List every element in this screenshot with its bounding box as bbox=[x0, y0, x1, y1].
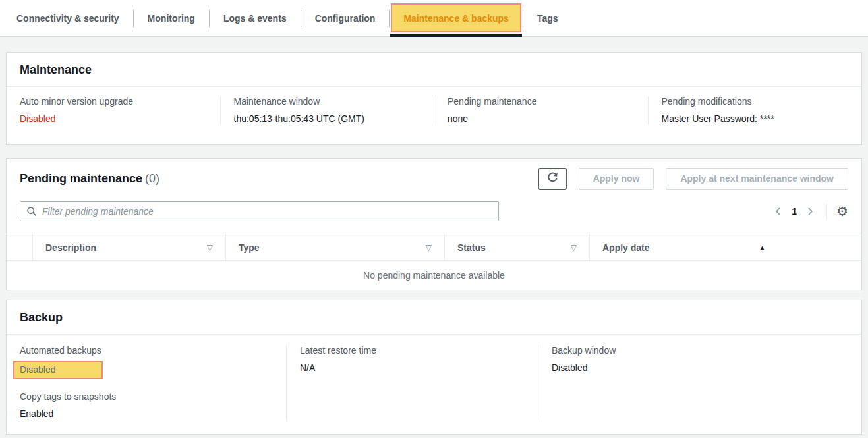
toolbar-divider bbox=[826, 204, 827, 219]
pending-maintenance-actions: Apply now Apply at next maintenance wind… bbox=[538, 168, 848, 190]
column-label: Apply date bbox=[602, 242, 650, 253]
column-header-spacer bbox=[778, 234, 861, 260]
field-label: Pending modifications bbox=[662, 96, 849, 107]
tab-label: Connectivity & security bbox=[16, 13, 119, 24]
panel-title: Maintenance bbox=[20, 63, 92, 76]
filter-triangle-icon[interactable]: ▽ bbox=[426, 243, 432, 252]
maintenance-panel-header: Maintenance bbox=[7, 53, 861, 87]
maintenance-fields: Auto minor version upgrade Disabled Main… bbox=[7, 87, 861, 144]
tab-logs-events[interactable]: Logs & events bbox=[210, 0, 301, 36]
tab-configuration[interactable]: Configuration bbox=[301, 0, 390, 36]
previous-page-button[interactable] bbox=[772, 205, 784, 218]
tab-label: Logs & events bbox=[223, 13, 287, 24]
field-latest-restore-time: Latest restore time N/A bbox=[300, 345, 525, 373]
field-value: none bbox=[448, 113, 635, 124]
field-value: Disabled bbox=[20, 113, 207, 124]
sort-ascending-icon[interactable]: ▲ bbox=[759, 244, 766, 252]
tab-label: Monitoring bbox=[148, 13, 195, 24]
apply-next-window-button[interactable]: Apply at next maintenance window bbox=[666, 168, 848, 190]
field-label: Pending maintenance bbox=[448, 96, 635, 107]
field-value: N/A bbox=[300, 362, 525, 373]
tab-monitoring[interactable]: Monitoring bbox=[134, 0, 209, 36]
backup-panel: Backup Automated backups Disabled Copy t… bbox=[6, 300, 862, 435]
field-pending-maintenance: Pending maintenance none bbox=[434, 96, 648, 124]
pending-maintenance-panel: Pending maintenance (0) Apply now Apply … bbox=[6, 158, 862, 290]
backup-column-2: Latest restore time N/A bbox=[286, 345, 538, 420]
table-empty-state: No pending maintenance available bbox=[7, 261, 861, 290]
field-label: Latest restore time bbox=[300, 345, 525, 356]
detail-tabs: Connectivity & security Monitoring Logs … bbox=[0, 0, 868, 37]
next-page-button[interactable] bbox=[804, 205, 816, 218]
field-label: Automated backups bbox=[20, 345, 273, 356]
field-label: Copy tags to snapshots bbox=[20, 391, 273, 402]
preferences-gear-icon[interactable]: ⚙ bbox=[836, 205, 848, 218]
field-label: Auto minor version upgrade bbox=[20, 96, 207, 107]
chevron-right-icon bbox=[805, 206, 815, 217]
field-label: Backup window bbox=[552, 345, 848, 356]
field-backup-window: Backup window Disabled bbox=[552, 345, 848, 373]
tab-tags[interactable]: Tags bbox=[523, 0, 572, 36]
search-icon bbox=[26, 206, 37, 217]
column-label: Status bbox=[457, 242, 486, 253]
field-automated-backups: Automated backups Disabled bbox=[20, 345, 273, 379]
apply-now-button[interactable]: Apply now bbox=[579, 168, 654, 190]
tab-panel-maintenance-backups: Maintenance Auto minor version upgrade D… bbox=[0, 52, 868, 435]
backup-column-3: Backup window Disabled bbox=[538, 345, 861, 420]
field-value: thu:05:13-thu:05:43 UTC (GMT) bbox=[234, 113, 421, 124]
column-header-description[interactable]: Description ▽ bbox=[32, 234, 225, 260]
chevron-left-icon bbox=[774, 206, 783, 217]
field-value: Master User Password: **** bbox=[662, 113, 849, 124]
column-header-status[interactable]: Status ▽ bbox=[444, 234, 589, 260]
field-pending-modifications: Pending modifications Master User Passwo… bbox=[648, 96, 862, 124]
refresh-button[interactable] bbox=[538, 168, 567, 190]
backup-panel-header: Backup bbox=[7, 300, 861, 335]
filter-triangle-icon[interactable]: ▽ bbox=[571, 243, 577, 252]
selection-column-header bbox=[7, 234, 32, 260]
column-label: Description bbox=[45, 242, 96, 253]
tab-label: Configuration bbox=[315, 13, 376, 24]
field-value: Disabled bbox=[552, 362, 848, 373]
pending-maintenance-table-header: Description ▽ Type ▽ Status ▽ Apply date… bbox=[7, 234, 861, 261]
tab-connectivity-security[interactable]: Connectivity & security bbox=[3, 0, 133, 36]
column-label: Type bbox=[239, 242, 260, 253]
filter-pending-maintenance-input[interactable] bbox=[42, 206, 498, 217]
pending-maintenance-header: Pending maintenance (0) Apply now Apply … bbox=[7, 159, 861, 190]
refresh-icon bbox=[546, 171, 559, 186]
field-copy-tags-to-snapshots: Copy tags to snapshots Enabled bbox=[20, 391, 273, 420]
annotation-highlight-box: Disabled bbox=[13, 361, 103, 379]
tab-maintenance-backups[interactable]: Maintenance & backups bbox=[390, 0, 523, 36]
tab-label: Tags bbox=[537, 13, 558, 24]
pending-maintenance-toolbar: 1 ⚙ bbox=[7, 201, 861, 221]
pending-maintenance-title: Pending maintenance (0) bbox=[20, 172, 159, 186]
filter-search-box bbox=[20, 201, 499, 221]
maintenance-panel: Maintenance Auto minor version upgrade D… bbox=[6, 52, 862, 145]
field-maintenance-window: Maintenance window thu:05:13-thu:05:43 U… bbox=[220, 96, 434, 124]
panel-title: Backup bbox=[20, 311, 63, 324]
item-count-badge: (0) bbox=[145, 172, 159, 185]
field-auto-minor-version-upgrade: Auto minor version upgrade Disabled bbox=[7, 96, 220, 124]
panel-title: Pending maintenance bbox=[20, 172, 142, 185]
backup-column-1: Automated backups Disabled Copy tags to … bbox=[7, 345, 286, 420]
column-header-apply-date[interactable]: Apply date ▲ bbox=[589, 234, 778, 260]
backup-fields: Automated backups Disabled Copy tags to … bbox=[7, 335, 861, 434]
field-value: Disabled bbox=[20, 362, 273, 379]
pagination: 1 ⚙ bbox=[772, 204, 848, 219]
tab-label: Maintenance & backups bbox=[403, 13, 509, 24]
current-page-number[interactable]: 1 bbox=[784, 206, 804, 217]
field-label: Maintenance window bbox=[234, 96, 421, 107]
filter-triangle-icon[interactable]: ▽ bbox=[207, 243, 213, 252]
column-header-type[interactable]: Type ▽ bbox=[225, 234, 444, 260]
field-value: Enabled bbox=[20, 408, 273, 420]
